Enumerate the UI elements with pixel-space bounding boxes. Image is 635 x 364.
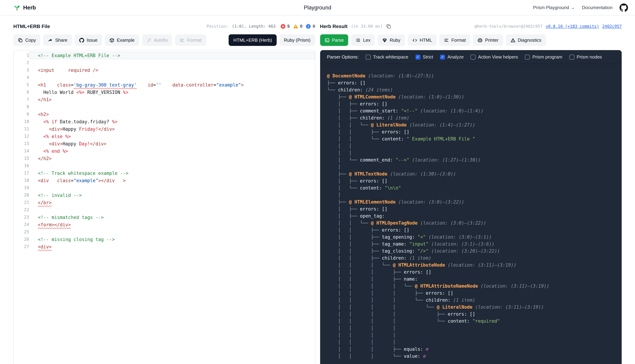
documentation-link[interactable]: Documentation [582,5,612,10]
line-number: 27 [14,243,29,250]
button-label: Format [451,38,466,43]
ruby-button[interactable]: Ruby [378,34,405,46]
prism-playground-link[interactable]: Prism Playground → [533,5,575,10]
result-toolbar: ParseLexRubyHTMLFormatPrinterDiagnostics [320,34,622,46]
parser-option-analyze[interactable]: Analyze [440,54,464,60]
copy-result-icon[interactable] [386,24,391,29]
parser-option-strict[interactable]: Strict [415,54,433,60]
tab-ruby-prism[interactable]: Ruby (Prism) [279,34,315,46]
code-line[interactable]: 9<h2> [14,111,315,118]
ast-line: │ │ │ ├── name: [327,276,615,283]
code-line-text: <div>Happy Friday!</div> [29,126,315,133]
html-button[interactable]: HTML [408,34,437,46]
herb-playground: Herb Playground Prism Playground → Docum… [0,0,635,364]
code-line[interactable]: 12 <% else %> [14,133,315,140]
code-line[interactable]: 14 <% end %> [14,148,315,155]
ast-line: @ DocumentNode (location: (1:0)–(27:5)) [327,72,615,80]
button-label: Share [55,38,67,43]
button-label: Ruby (Prism) [284,38,310,43]
code-editor[interactable]: 1<!-- Example HTML+ERB File -->23<input … [13,50,315,364]
line-number: 24 [14,221,29,228]
code-line-text: <% end %> [29,148,315,155]
code-line[interactable]: 17<!-- Track whitespace example --> [14,170,315,177]
code-line[interactable]: 21</br> [14,199,315,206]
format-icon [180,38,185,42]
result-terminal: Parser Options: Track whitespaceStrictAn… [320,50,622,364]
code-line[interactable]: 24<form></div> [14,221,315,228]
code-line[interactable]: 13 <div>Happy Day!</div> [14,140,315,148]
line-number: 7 [14,96,29,103]
parse-timing: (in 33.00 ms) [351,24,383,29]
copy-button[interactable]: Copy [13,34,41,46]
parse-button[interactable]: Parse [320,34,348,46]
format-button[interactable]: Format [175,34,206,46]
printer-button[interactable]: Printer [473,34,503,46]
parser-option-prism-program[interactable]: Prism program [525,54,562,60]
code-line[interactable]: 11 <div>Happy Friday!</div> [14,126,315,133]
code-line[interactable]: 7</h1> [14,96,315,103]
parser-option-prism-nodes[interactable]: Prism nodes [569,54,602,60]
line-number: 22 [14,206,29,214]
ast-line: │ [327,164,615,170]
code-line[interactable]: 22 [14,206,315,214]
example-button[interactable]: Example [105,34,139,46]
checkbox-checked-icon [415,54,420,60]
tab-html-erb-herb[interactable]: HTML+ERB (Herb) [229,34,276,46]
github-icon[interactable] [619,3,628,12]
result-title-group: Herb Result (in 33.00 ms) [320,24,391,29]
copy-icon [18,38,23,42]
line-number: 11 [14,126,29,133]
code-line[interactable]: 4 [14,74,315,81]
checkbox-unchecked-icon [525,54,530,60]
issue-button[interactable]: Issue [75,34,102,46]
code-line[interactable]: 5<h1 class='bg-gray-300 text-gray' id=''… [14,81,315,89]
share-button[interactable]: Share [43,34,72,46]
code-line[interactable]: 6 Hello World <%= RUBY_VERSION %> [14,89,315,96]
commit-link[interactable]: 2402c957 [602,24,622,29]
code-line[interactable]: 16 [14,162,315,170]
ast-output[interactable]: @ DocumentNode (location: (1:0)–(27:5))├… [320,64,622,364]
code-line[interactable]: 15</h2> [14,155,315,162]
diagnostics-button[interactable]: Diagnostics [506,34,546,46]
button-label: Ruby [390,38,400,43]
parser-option-track-whitespace[interactable]: Track whitespace [366,54,408,60]
main-content: HTML+ERB File Position: (1:0), Length: 4… [0,16,635,364]
brand[interactable]: Herb [13,4,36,11]
ast-line: │ ├── comment_start: "<!--" (location: (… [327,108,615,114]
code-line[interactable]: 1<!-- Example HTML+ERB File --> [14,52,315,59]
ast-line: │ ├── open_tag: [327,213,615,220]
line-number: 25 [14,228,29,236]
version-link[interactable]: v0.8.10 (+183 commits) [546,24,599,29]
position-value: (1:0), Length: 463 [232,24,276,29]
code-line-text: <h2> [29,111,315,118]
code-line-text: <!-- Track whitespace example --> [29,170,315,177]
autofix-button[interactable]: Autofix [142,34,172,46]
code-line[interactable]: 23<!-- mismatched tags --> [14,214,315,221]
code-line-text: <!-- invalid --> [29,192,315,199]
code-line[interactable]: 27<div> [14,243,315,250]
code-line[interactable]: 2 [14,59,315,66]
format-result-button[interactable]: Format [439,34,470,46]
line-number: 18 [14,177,29,184]
lex-button[interactable]: Lex [351,34,375,46]
code-line[interactable]: 20<!-- invalid --> [14,192,315,199]
ast-line: │ │ │ │ [327,332,615,339]
code-line-text: <form></div> [29,221,315,228]
code-line[interactable]: 25 [14,228,315,236]
parser-option-action-view-helpers[interactable]: Action View helpers [471,54,518,60]
line-number: 2 [14,59,29,66]
result-panel-header: Herb Result (in 33.00 ms) @herb-tools/br… [320,22,622,30]
ast-line: │ │ │ │ └── children: (1 item) [327,297,615,304]
button-label: Diagnostics [518,38,541,43]
code-line[interactable]: 18<div class="example"></div > [14,177,315,184]
line-number: 10 [14,118,29,126]
list-icon [356,38,361,42]
ast-line: │ │ └── content: " Example HTML+ERB File… [327,136,615,142]
code-line[interactable]: 19 [14,184,315,192]
code-line[interactable]: 26<!-- missing closing tag --> [14,236,315,243]
code-line-text: <!-- mismatched tags --> [29,214,315,221]
code-line[interactable]: 3<input required /> [14,66,315,74]
editor-stats: Position: (1:0), Length: 463 5 0 0 [206,24,315,29]
code-line[interactable]: 8 [14,103,315,111]
code-line[interactable]: 10 <% if Date.today.friday? %> [14,118,315,126]
